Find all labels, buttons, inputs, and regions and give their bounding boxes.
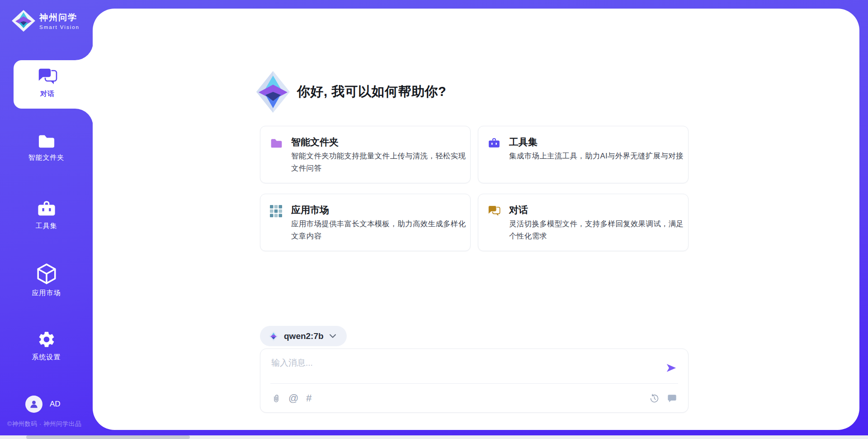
mention-icon: @ <box>288 393 298 403</box>
paperclip-icon <box>271 393 281 404</box>
feature-cards: 智能文件夹 智能文件夹功能支持批量文件上传与清洗，轻松实现文件问答 工具集 集成… <box>260 126 689 251</box>
send-icon <box>665 363 677 373</box>
composer-toolbar: @ # <box>271 389 677 408</box>
card-title: 对话 <box>509 204 528 216</box>
toolbox-icon <box>488 137 501 149</box>
brand-diamond-logo <box>256 71 290 113</box>
card-description: 灵活切换多模型文件，支持多样回复效果调试，满足个性化需求 <box>509 218 686 242</box>
model-selector[interactable]: qwen2:7b <box>260 326 347 346</box>
card-title: 工具集 <box>509 136 538 148</box>
model-name: qwen2:7b <box>284 331 324 341</box>
copyright-text: ©神州数码 · 神州问学出品 <box>7 420 81 428</box>
sidebar-item-label: 系统设置 <box>32 353 61 362</box>
composer: @ # <box>260 348 689 413</box>
card-chat[interactable]: 对话 灵活切换多模型文件，支持多样回复效果调试，满足个性化需求 <box>478 194 689 251</box>
sidebar-item-toolset[interactable]: 工具集 <box>0 200 93 230</box>
avatar <box>25 396 42 413</box>
toolbox-icon <box>37 200 57 218</box>
greeting-title: 你好, 我可以如何帮助你? <box>297 83 446 101</box>
sidebar-item-chat[interactable]: 对话 <box>14 67 81 98</box>
chat-icon <box>38 67 57 86</box>
card-title: 智能文件夹 <box>291 136 339 148</box>
card-description: 智能文件夹功能支持批量文件上传与清洗，轻松实现文件问答 <box>291 150 468 174</box>
greeting-block: 你好, 我可以如何帮助你? <box>256 71 446 113</box>
brand-name: 神州问学 <box>39 12 80 24</box>
person-icon <box>29 399 39 409</box>
toolbar-left: @ # <box>271 393 312 404</box>
card-smart-folder[interactable]: 智能文件夹 智能文件夹功能支持批量文件上传与清洗，轻松实现文件问答 <box>260 126 471 183</box>
card-toolset[interactable]: 工具集 集成市场上主流工具，助力AI与外界无缝扩展与对接 <box>478 126 689 183</box>
send-button[interactable] <box>665 363 677 375</box>
history-button[interactable] <box>650 394 659 403</box>
user-account[interactable]: AD <box>25 396 61 413</box>
sidebar-item-app-market[interactable]: 应用市场 <box>0 263 93 297</box>
sidebar-item-label: 智能文件夹 <box>28 153 65 162</box>
history-icon <box>650 394 659 403</box>
sidebar-item-label: 对话 <box>40 90 55 98</box>
gear-icon <box>37 330 56 349</box>
sidebar-item-label: 工具集 <box>36 222 57 230</box>
brand-logo: 神州问学 Smart Vision <box>12 10 80 32</box>
sidebar-item-smart-folder[interactable]: 智能文件夹 <box>0 133 93 162</box>
folder-icon <box>37 133 56 149</box>
hashtag-icon: # <box>306 393 311 403</box>
composer-divider <box>270 383 678 384</box>
app-window: 你好, 我可以如何帮助你? 智能文件夹 智能文件夹功能支持批量文件上传与清洗，轻… <box>0 0 868 439</box>
hashtag-button[interactable]: # <box>306 393 311 403</box>
brand-subtitle: Smart Vision <box>39 24 80 30</box>
sidebar-item-settings[interactable]: 系统设置 <box>0 330 93 362</box>
chevron-down-icon <box>330 334 336 338</box>
toolbar-right <box>650 393 677 403</box>
message-input[interactable] <box>271 357 656 381</box>
scrollbar-thumb[interactable] <box>26 435 190 439</box>
grid-icon <box>270 205 283 217</box>
horizontal-scrollbar[interactable] <box>0 435 868 439</box>
brand-text: 神州问学 Smart Vision <box>39 12 80 30</box>
brand-diamond-icon <box>12 10 35 32</box>
card-title: 应用市场 <box>291 204 329 216</box>
attach-button[interactable] <box>271 393 281 404</box>
folder-icon <box>270 137 283 149</box>
comment-icon <box>667 393 677 403</box>
main-panel: 你好, 我可以如何帮助你? 智能文件夹 智能文件夹功能支持批量文件上传与清洗，轻… <box>93 9 859 430</box>
sidebar-item-label: 应用市场 <box>32 289 61 297</box>
comment-button[interactable] <box>667 393 677 403</box>
chat-icon <box>488 205 501 217</box>
mention-button[interactable]: @ <box>288 393 298 403</box>
cube-icon <box>36 263 57 285</box>
sidebar: 神州问学 Smart Vision 对话 智能文件夹 <box>0 0 93 439</box>
diamond-logo-icon <box>269 331 278 341</box>
user-initials: AD <box>50 400 61 409</box>
card-app-market[interactable]: 应用市场 应用市场提供丰富长文本模板，助力高效生成多样化文章内容 <box>260 194 471 251</box>
card-description: 集成市场上主流工具，助力AI与外界无缝扩展与对接 <box>509 150 686 162</box>
card-description: 应用市场提供丰富长文本模板，助力高效生成多样化文章内容 <box>291 218 468 242</box>
